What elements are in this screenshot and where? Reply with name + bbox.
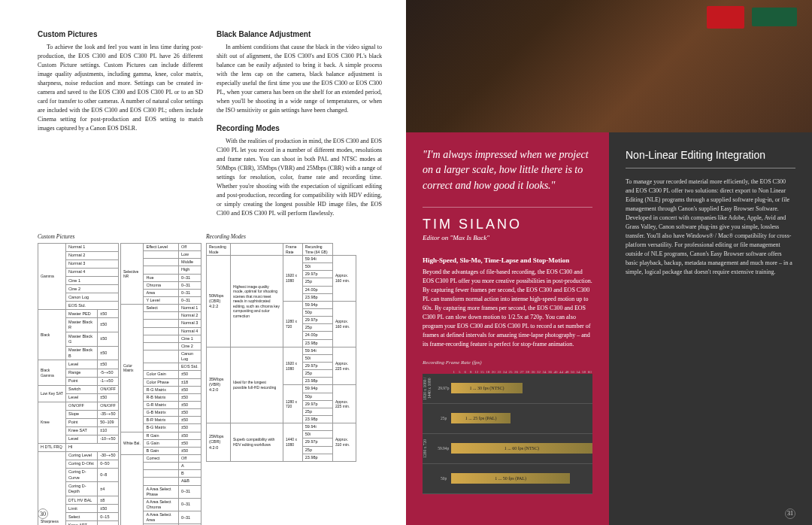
page-num-left: 30: [38, 508, 48, 519]
hispeed-body: Beyond the advantages of file-based reco…: [423, 268, 592, 349]
hispeed-heading: High-Speed, Slo-Mo, Time-Lapse and Stop-…: [423, 256, 592, 264]
nle-body: To manage your recorded material more ef…: [626, 178, 795, 277]
body-custom: To achieve the look and feel you want in…: [38, 43, 203, 133]
recording-modes-table: Recording ModeFrame RateRecording Time (…: [206, 243, 356, 462]
quote-author: TIM SILANO: [423, 217, 592, 232]
chart-title: Recording Frame Rate (fps): [423, 360, 592, 366]
tbl1-title: Custom Pictures: [38, 233, 203, 240]
spread: Custom Pictures To achieve the look and …: [0, 0, 812, 525]
heading-black: Black Balance Adjustment: [217, 30, 382, 38]
nle-heading: Non-Linear Editing Integration: [626, 147, 795, 168]
heading-custom: Custom Pictures: [38, 30, 203, 38]
left-page: Custom Pictures To achieve the look and …: [0, 0, 406, 525]
tbl2-title: Recording Modes: [206, 233, 356, 240]
quote-sub: Editor on "Max Is Back": [423, 234, 592, 241]
tables-row: Custom Pictures GammaNormal 1Normal 2Nor…: [38, 226, 383, 525]
right-page: "I'm always impressed when we project on…: [406, 0, 812, 525]
page-num-right: 31: [785, 508, 795, 519]
body-rec: With the realities of production in mind…: [217, 137, 382, 218]
chart-body: 1920 x 1080 / 1440 x 108029.97p1 ... 30 …: [423, 374, 592, 494]
body-black: In ambient conditions that cause the bla…: [217, 43, 382, 115]
custom-pictures-table: GammaNormal 1Normal 2Normal 3Normal 4Cin…: [38, 243, 203, 525]
col-black-rec: Black Balance Adjustment In ambient cond…: [217, 30, 382, 218]
nle-column: Non-Linear Editing Integration To manage…: [609, 132, 812, 525]
quote-text: "I'm always impressed when we project on…: [423, 147, 592, 193]
frame-rate-chart: Recording Frame Rate (fps) 1568121518202…: [423, 360, 592, 494]
col-custom: Custom Pictures To achieve the look and …: [38, 30, 203, 218]
heading-rec: Recording Modes: [217, 124, 382, 132]
divider: [423, 207, 592, 208]
quote-column: "I'm always impressed when we project on…: [406, 132, 609, 525]
hero-image: [406, 0, 812, 132]
